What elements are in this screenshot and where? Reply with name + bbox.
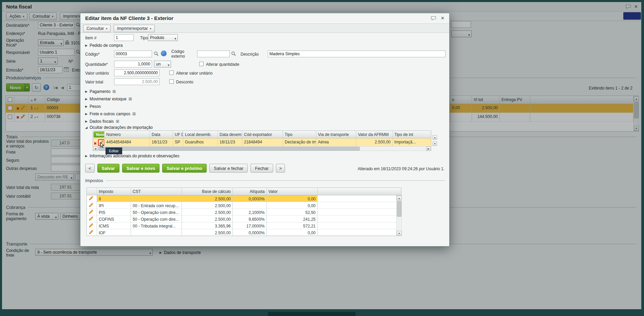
- mouse-cursor: [100, 142, 105, 149]
- valor-unitario-label: Valor unitário: [85, 71, 109, 76]
- table-row[interactable]: ICMS 00 - Tributada integral... 3.365,96…: [87, 222, 401, 229]
- valor-total-input: 2.500,00: [114, 78, 159, 85]
- quantidade-input[interactable]: 1,0000: [114, 61, 152, 67]
- salvar-e-novo-button[interactable]: Salvar e novo: [122, 164, 160, 173]
- table-row[interactable]: IPI 00 - Entrada com recup... 2.500,00 0…: [87, 202, 401, 209]
- col-cod-exportador[interactable]: Cód exportador: [242, 131, 283, 138]
- cell-aliquota: 0,0000%: [233, 229, 267, 236]
- cell-valor: 0,00: [267, 195, 318, 202]
- col-tipo-int[interactable]: Tipo de int: [393, 131, 432, 138]
- salvar-e-fechar-button[interactable]: Salvar e fechar: [209, 164, 248, 173]
- novo-di-button[interactable]: Novo: [94, 132, 105, 137]
- movimentar-estoque-toggle[interactable]: ▶Movimentar estoque⊞: [85, 97, 132, 101]
- salvar-e-proximo-button[interactable]: Salvar e próximo: [162, 164, 207, 173]
- impostos-vscrollbar[interactable]: ▲ ▼: [396, 195, 402, 236]
- col-numero[interactable]: Número: [105, 131, 150, 138]
- col-local[interactable]: Local desemb.: [183, 131, 218, 138]
- codigo-search-icon[interactable]: [154, 51, 159, 57]
- codigo-externo-input[interactable]: [197, 51, 230, 57]
- salvar-button[interactable]: Salvar: [97, 164, 119, 173]
- col-valor[interactable]: Valor: [267, 188, 318, 195]
- alterar-quantidade-label[interactable]: Alterar quantidade: [206, 62, 239, 67]
- scroll-thumb[interactable]: [397, 201, 401, 217]
- pagamento-toggle[interactable]: ▶Pagamento⊞: [85, 89, 116, 94]
- alterar-quantidade-checkbox[interactable]: [199, 62, 204, 66]
- item-input[interactable]: 1: [114, 34, 134, 41]
- declaracoes-importacao-toggle[interactable]: ◢Ocultar declarações de importação: [85, 125, 153, 130]
- dialog-menubar: Consultar▾ Imprimir/exportar▾: [80, 23, 449, 33]
- edit-icon[interactable]: [89, 231, 93, 235]
- info-adicionais-toggle[interactable]: ▶ Informações adicionais do produto e ob…: [85, 154, 179, 158]
- edit-icon[interactable]: [89, 203, 93, 208]
- pedido-compra-toggle[interactable]: ▶ Pedido de compra: [85, 43, 122, 48]
- col-imposto[interactable]: Imposto: [97, 188, 131, 195]
- impostos-section-header: Impostos: [85, 178, 445, 183]
- cell-tipo: Declaração de im...: [283, 138, 316, 146]
- col-aliquota[interactable]: Alíquota: [233, 188, 267, 195]
- collapsed-arrow-icon: ▶: [85, 120, 88, 123]
- expanded-arrow-icon: ◢: [85, 126, 88, 129]
- cell-imposto: COFINS: [97, 216, 131, 222]
- cell-valor: 572,21: [267, 222, 318, 229]
- cell-local: Guarulhos: [183, 138, 218, 146]
- col-data-desemb[interactable]: Data desem: [218, 131, 242, 138]
- frete-outros-toggle[interactable]: ▶Frete e outros campos⊞: [85, 112, 136, 116]
- col-tipo[interactable]: Tipo: [283, 131, 316, 138]
- alterar-valor-checkbox[interactable]: [169, 71, 174, 75]
- edit-icon[interactable]: [89, 210, 93, 215]
- delete-icon[interactable]: ✖: [94, 141, 97, 145]
- col-base[interactable]: Base de cálculo: [182, 188, 233, 195]
- dialog-titlebar: Editar item da NF Cliente 3 - Exterior ✕: [80, 13, 449, 23]
- edit-icon[interactable]: [89, 224, 93, 229]
- table-row[interactable]: PIS 50 - Operação com dire... 2.500,00 2…: [87, 209, 401, 216]
- product-info-icon[interactable]: [161, 51, 167, 56]
- table-row[interactable]: II 2.500,00 0,0000% 0,00: [87, 195, 401, 202]
- scroll-left-icon[interactable]: ◀: [93, 146, 98, 151]
- unidade-select[interactable]: un: [154, 61, 171, 67]
- desconto-checkbox[interactable]: [169, 79, 174, 84]
- scroll-down-icon[interactable]: ▼: [397, 231, 402, 236]
- col-data[interactable]: Data: [150, 131, 173, 138]
- codigo-externo-search-icon[interactable]: [231, 51, 236, 57]
- descricao-input[interactable]: Madeira Simples: [268, 51, 446, 57]
- col-uf[interactable]: UF D: [173, 131, 183, 138]
- cell-cst: [131, 229, 182, 236]
- next-item-button[interactable]: >: [276, 164, 285, 173]
- col-afrmm[interactable]: Valor da AFRMM: [356, 131, 393, 138]
- collapsed-arrow-icon: ▶: [85, 105, 88, 108]
- cell-via: Aérea: [316, 138, 356, 146]
- edit-icon[interactable]: [89, 217, 93, 222]
- cell-imposto: PIS: [97, 209, 131, 215]
- desconto-label[interactable]: Desconto: [176, 80, 193, 84]
- fechar-button[interactable]: Fechar: [250, 164, 273, 173]
- chat-bubble-icon[interactable]: [431, 16, 436, 22]
- di-scroll-up-icon[interactable]: ▲: [433, 135, 437, 140]
- col-via[interactable]: Via de transporte: [316, 131, 356, 138]
- scroll-up-icon[interactable]: ▲: [397, 196, 402, 200]
- scroll-thumb[interactable]: [98, 147, 360, 151]
- tipo-select[interactable]: Produto: [148, 34, 178, 41]
- dados-fiscais-toggle[interactable]: ▶Dados fiscais⊞: [85, 119, 119, 124]
- scroll-right-icon[interactable]: ▶: [426, 146, 431, 151]
- col-cst[interactable]: CST: [131, 188, 182, 195]
- valor-unitario-input[interactable]: 2.500,0000000000: [114, 70, 159, 76]
- table-row[interactable]: COFINS 50 - Operação com dire... 2.500,0…: [87, 216, 401, 222]
- alterar-valor-label[interactable]: Alterar valor unitário: [176, 71, 212, 76]
- table-row[interactable]: IOF 2.500,00 0,0000% 0,00: [87, 229, 401, 236]
- prev-item-button[interactable]: <: [85, 164, 95, 173]
- edit-icon[interactable]: [89, 197, 93, 201]
- cell-base: 3.365,96: [182, 222, 233, 229]
- di-hscrollbar[interactable]: ◀ ▶: [93, 146, 431, 151]
- close-icon[interactable]: ✕: [441, 16, 444, 21]
- item-label: Item #: [85, 36, 96, 40]
- consultar-menu-button[interactable]: Consultar▾: [83, 25, 111, 32]
- cell-valor: 241,25: [267, 216, 318, 222]
- imprimir-menu-button[interactable]: Imprimir/exportar▾: [114, 25, 155, 32]
- pesos-toggle[interactable]: ▶Pesos: [85, 104, 101, 109]
- grid-icon: ⊞: [129, 97, 132, 101]
- cell-data-desemb: 16/11/23: [218, 138, 242, 146]
- di-scroll-down-icon[interactable]: ▼: [433, 141, 437, 146]
- dialog-title: Editar item da NF Cliente 3 - Exterior: [85, 15, 173, 21]
- codigo-input[interactable]: 00003: [114, 51, 152, 57]
- table-row[interactable]: ✖ 44548548484 16/11/23 SP Guarulhos 16/1…: [93, 138, 431, 146]
